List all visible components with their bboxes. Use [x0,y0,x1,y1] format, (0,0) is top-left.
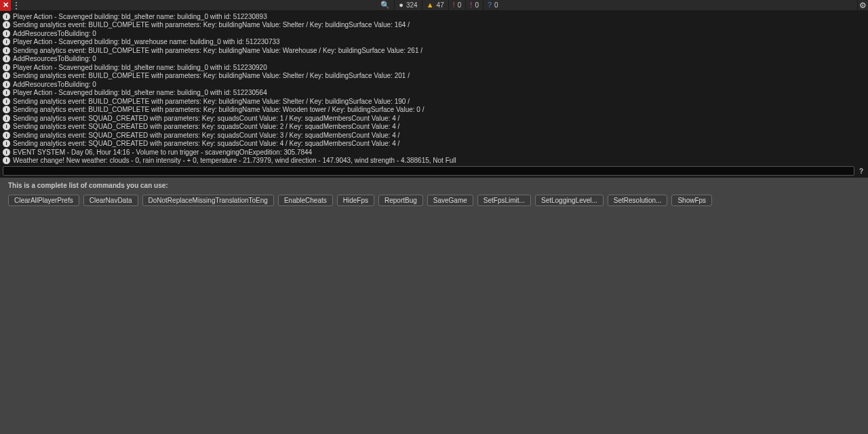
info-icon: i [3,81,10,88]
info-icon: i [3,21,10,28]
log-line: iSending analytics event: BUILD_COMPLETE… [0,97,868,106]
assert-icon-count: 0 [475,1,479,9]
info-icon: i [3,30,10,37]
log-text: Sending analytics event: BUILD_COMPLETE … [13,21,410,28]
cmd-savegame[interactable]: SaveGame [427,195,473,206]
warn-icon[interactable]: ▲47 [422,0,448,11]
info-icon: i [3,123,10,130]
log-text: Sending analytics event: SQUAD_CREATED w… [13,123,399,130]
cmd-donotreplacemissingtranslationtoeng[interactable]: DoNotReplaceMissingTranslationToEng [142,195,274,206]
error-icon[interactable]: !0 [448,0,466,11]
commands-title: This is a complete list of commands you … [8,182,860,189]
info-icon: i [3,98,10,105]
error-icon-glyph: ! [453,1,455,9]
log-line: iPlayer Action - Scavenged building: bld… [0,89,868,98]
info-icon: i [3,115,10,122]
log-text: AddResourcesToBuilding: 0 [13,30,96,37]
log-line: iSending analytics event: BUILD_COMPLETE… [0,21,868,30]
info-icon: i [3,47,10,54]
log-text: Player Action - Scavenged building: bld_… [13,64,267,71]
log-line: iSending analytics event: SQUAD_CREATED … [0,140,868,149]
log-text: Sending analytics event: BUILD_COMPLETE … [13,72,410,79]
help-icon-count: 0 [494,1,498,9]
console-input[interactable] [3,166,854,176]
log-line: iPlayer Action - Scavenged building: bld… [0,63,868,72]
log-line: iWeather change! New weather: clouds - 0… [0,157,868,165]
log-text: Sending analytics event: BUILD_COMPLETE … [13,98,410,105]
log-line: iAddResourcesToBuilding: 0 [0,80,868,89]
log-line: iSending analytics event: SQUAD_CREATED … [0,123,868,132]
log-line: iSending analytics event: BUILD_COMPLETE… [0,46,868,55]
help-icon[interactable]: ?0 [483,0,502,11]
warn-icon-glyph: ▲ [427,1,434,9]
log-text: Player Action - Scavenged building: bld_… [13,13,267,20]
cmd-setfpslimit[interactable]: SetFpsLimit... [477,195,531,206]
cmd-enablecheats[interactable]: EnableCheats [278,195,333,206]
log-line: iSending analytics event: BUILD_COMPLETE… [0,72,868,81]
info-icon: i [3,140,10,147]
log-line: iSending analytics event: SQUAD_CREATED … [0,131,868,140]
warn-icon-count: 47 [437,1,444,9]
log-line: iEVENT SYSTEM - Day 06, Hour 14:16 - Vol… [0,148,868,157]
log-line: iAddResourcesToBuilding: 0 [0,55,868,64]
log-line: iAddResourcesToBuilding: 0 [0,29,868,38]
question-icon[interactable]: ? [857,167,865,175]
commands-panel: This is a complete list of commands you … [0,178,868,210]
info-icon: i [3,89,10,96]
menu-dots-icon[interactable]: ⋮ [11,0,22,11]
gear-icon[interactable]: ⚙ [857,0,868,11]
toolbar-left: ✕ ⋮ [0,0,22,11]
log-output: iPlayer Action - Scavenged building: bld… [0,11,868,164]
cmd-showfps[interactable]: ShowFps [671,195,712,206]
log-text: AddResourcesToBuilding: 0 [13,55,96,62]
info-icon-glyph: ● [399,1,403,9]
info-icon: i [3,72,10,79]
log-line: iSending analytics event: BUILD_COMPLETE… [0,106,868,115]
toolbar-right: ⚙ [857,0,868,11]
assert-icon[interactable]: !0 [465,0,483,11]
log-text: Sending analytics event: SQUAD_CREATED w… [13,140,399,147]
error-icon-count: 0 [458,1,462,9]
log-text: Sending analytics event: BUILD_COMPLETE … [13,47,422,54]
cmd-setlogginglevel[interactable]: SetLoggingLevel... [535,195,604,206]
log-text: Player Action - Scavenged building: bld_… [13,89,267,96]
log-text: Player Action - Scavenged building: bld_… [13,38,280,45]
log-line: iPlayer Action - Scavenged building: bld… [0,38,868,47]
commands-buttons: ClearAllPlayerPrefsClearNavDataDoNotRepl… [8,195,860,206]
info-icon: i [3,55,10,62]
assert-icon-glyph: ! [470,1,472,9]
help-icon-glyph: ? [488,1,492,9]
info-icon: i [3,64,10,71]
cmd-clearnavdata[interactable]: ClearNavData [83,195,138,206]
log-text: Sending analytics event: SQUAD_CREATED w… [13,115,399,122]
log-line: iSending analytics event: SQUAD_CREATED … [0,114,868,123]
info-icon-count: 324 [406,1,418,9]
log-text: Sending analytics event: BUILD_COMPLETE … [13,106,424,113]
cmd-hidefps[interactable]: HideFps [337,195,374,206]
search-icon-glyph: 🔍 [380,1,390,9]
search-icon[interactable]: 🔍 [376,0,394,11]
info-icon: i [3,13,10,20]
info-icon: i [3,157,10,164]
info-icon: i [3,149,10,156]
toolbar-stats: 🔍●324▲47!0!0?0 [376,0,502,11]
log-line: iPlayer Action - Scavenged building: bld… [0,12,868,21]
console-toolbar: ✕ ⋮ 🔍●324▲47!0!0?0 ⚙ [0,0,868,11]
info-icon: i [3,106,10,113]
console-input-row: ? [0,164,868,178]
cmd-reportbug[interactable]: ReportBug [378,195,423,206]
log-text: EVENT SYSTEM - Day 06, Hour 14:16 - Volu… [13,149,312,156]
info-icon: i [3,38,10,45]
close-button[interactable]: ✕ [0,0,11,11]
cmd-clearallplayerprefs[interactable]: ClearAllPlayerPrefs [8,195,79,206]
cmd-setresolution[interactable]: SetResolution... [608,195,668,206]
info-icon[interactable]: ●324 [394,0,421,11]
log-text: Sending analytics event: SQUAD_CREATED w… [13,132,399,139]
info-icon: i [3,132,10,139]
log-text: AddResourcesToBuilding: 0 [13,81,96,88]
log-text: Weather change! New weather: clouds - 0,… [13,157,456,164]
